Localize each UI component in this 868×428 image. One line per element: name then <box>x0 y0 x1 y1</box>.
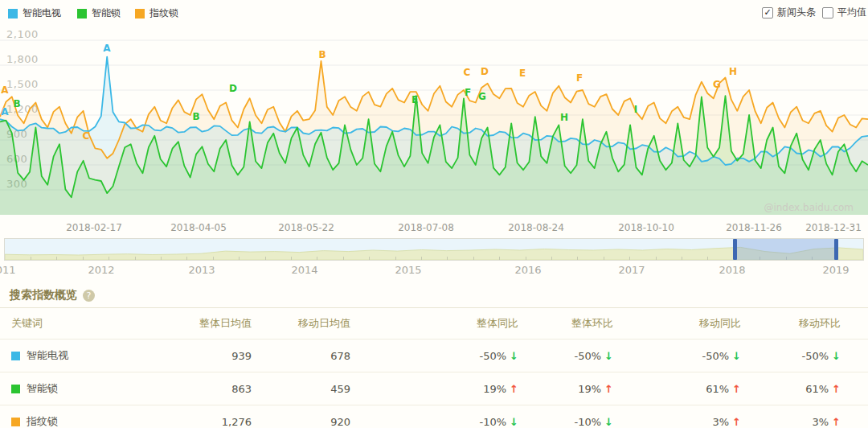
news-headlines-checkbox[interactable]: ✓ 新闻头条 <box>762 6 816 19</box>
scrubber-tick <box>526 257 526 260</box>
legend-item-2[interactable]: 智能锁 <box>77 6 121 20</box>
arrow-up-icon: ↑ <box>832 416 841 428</box>
column-header-5: 整体环比 <box>518 316 613 331</box>
news-marker-B[interactable]: B <box>13 98 20 109</box>
news-marker-E[interactable]: E <box>411 94 418 105</box>
news-marker-E[interactable]: E <box>519 68 526 79</box>
year-label-2012[interactable]: 2012 <box>88 264 114 276</box>
news-marker-A[interactable]: A <box>1 84 8 96</box>
keyword-label: 智能电视 <box>27 348 68 363</box>
mobile-mom-value: 61%↑ <box>741 383 841 395</box>
arrow-up-icon: ↑ <box>604 383 613 395</box>
x-axis-date: 2018-07-08 <box>398 222 454 233</box>
scrubber-tick <box>707 257 708 260</box>
scrubber-tick <box>473 257 474 260</box>
arrow-up-icon: ↑ <box>732 383 741 395</box>
news-marker-I[interactable]: I <box>634 104 637 115</box>
column-header-7: 移动环比 <box>741 316 841 331</box>
timeline-scrubber[interactable] <box>4 238 864 261</box>
mobile-avg-value: 920 <box>252 416 350 428</box>
news-marker-B[interactable]: B <box>318 49 326 60</box>
arrow-up-icon: ↑ <box>732 416 741 428</box>
legend-item-label: 指纹锁 <box>149 6 178 20</box>
year-label-2011[interactable]: 2011 <box>0 264 16 276</box>
scrubber-right-handle[interactable] <box>834 239 838 260</box>
x-axis-date: 2018-02-17 <box>66 222 122 233</box>
news-marker-D[interactable]: D <box>481 66 489 77</box>
scrubber-tick <box>291 257 292 260</box>
news-marker-A[interactable]: A <box>103 43 110 54</box>
arrow-down-icon: ↓ <box>604 350 613 362</box>
year-label-2014[interactable]: 2014 <box>291 264 317 276</box>
scrubber-tick <box>395 257 396 260</box>
mobile-mom-value: -50%↓ <box>741 350 841 362</box>
arrow-down-icon: ↓ <box>604 416 613 428</box>
news-headlines-label: 新闻头条 <box>777 6 816 19</box>
scrubber-tick <box>577 257 578 260</box>
table-header-row: 关键词整体日均值移动日均值整体同比整体环比移动同比移动环比 <box>0 308 868 339</box>
news-marker-D[interactable]: D <box>229 83 237 94</box>
scrubber-tick <box>604 257 604 260</box>
news-marker-B[interactable]: B <box>192 111 199 122</box>
news-marker-G[interactable]: G <box>713 79 721 90</box>
news-marker-C[interactable]: C <box>83 130 90 142</box>
scrubber-tick <box>343 257 344 260</box>
x-axis-date: 2018-08-24 <box>508 222 564 233</box>
table-row: 指纹锁1,276920-10%↓-10%↓3%↑3%↑ <box>0 405 868 428</box>
arrow-up-icon: ↑ <box>510 383 518 395</box>
mobile-avg-value: 459 <box>252 383 350 395</box>
news-marker-C[interactable]: C <box>464 67 471 78</box>
keyword-swatch-icon <box>11 352 20 360</box>
average-value-checkbox[interactable]: 平均值 <box>822 6 866 19</box>
news-marker-H[interactable]: H <box>560 112 568 123</box>
mobile-yoy-value: -50%↓ <box>613 350 741 362</box>
column-header-6: 移动同比 <box>613 316 741 331</box>
scrubber-tick <box>369 257 370 260</box>
overall-mom-value: -10%↓ <box>518 416 613 428</box>
legend-item-label: 智能锁 <box>92 6 121 20</box>
average-value-label: 平均值 <box>837 6 866 19</box>
scrubber-left-handle[interactable] <box>733 239 737 260</box>
table-body: 智能电视939678-50%↓-50%↓-50%↓-50%↓智能锁8634591… <box>0 339 868 428</box>
overall-mom-value: 19%↑ <box>518 383 613 395</box>
news-marker-F[interactable]: F <box>576 72 583 84</box>
scrubber-tick <box>682 257 682 260</box>
overall-yoy-value: -50%↓ <box>350 350 518 362</box>
legend-item-1[interactable]: 智能电视 <box>8 6 61 20</box>
arrow-down-icon: ↓ <box>510 350 518 362</box>
trend-chart[interactable] <box>0 24 868 217</box>
baidu-index-page: { "palette":{"cyan":"#3cb8e6","green":"#… <box>0 0 868 428</box>
news-marker-A[interactable]: A <box>1 106 8 117</box>
search-index-overview: 搜索指数概览 ? 关键词整体日均值移动日均值整体同比整体环比移动同比移动环比 智… <box>0 283 868 428</box>
news-marker-F[interactable]: F <box>465 87 471 98</box>
year-label-2016[interactable]: 2016 <box>514 264 541 276</box>
news-marker-G[interactable]: G <box>478 91 486 102</box>
column-header-1: 关键词 <box>0 316 177 331</box>
scrubber-selection[interactable] <box>735 239 837 260</box>
mobile-yoy-value: 3%↑ <box>613 416 741 428</box>
column-header-3: 移动日均值 <box>252 316 350 331</box>
year-label-2018[interactable]: 2018 <box>719 264 745 276</box>
year-label-2013[interactable]: 2013 <box>188 264 215 276</box>
scrubber-tick <box>135 257 136 260</box>
scrubber-tick <box>213 257 214 260</box>
overall-avg-value: 1,276 <box>177 416 252 428</box>
legend-item-3[interactable]: 指纹锁 <box>135 6 178 20</box>
scrubber-tick <box>56 257 57 260</box>
year-label-2015[interactable]: 2015 <box>395 264 421 276</box>
watermark: @index.baidu.com <box>764 202 854 213</box>
arrow-down-icon: ↓ <box>832 350 841 362</box>
year-label-2019[interactable]: 2019 <box>822 264 849 276</box>
scrubber-tick <box>421 257 422 260</box>
year-label-2017[interactable]: 2017 <box>618 264 645 276</box>
x-axis-date: 2018-12-31 <box>805 222 862 233</box>
help-icon[interactable]: ? <box>83 290 95 302</box>
overview-title: 搜索指数概览 <box>10 288 77 302</box>
news-marker-H[interactable]: H <box>729 66 737 77</box>
mobile-mom-value: 3%↑ <box>741 416 841 428</box>
column-header-2: 整体日均值 <box>177 316 252 331</box>
legend-item-label: 智能电视 <box>23 6 61 20</box>
legend-swatch-icon <box>135 9 145 19</box>
keyword-swatch-icon <box>11 418 20 426</box>
arrow-down-icon: ↓ <box>510 416 518 428</box>
